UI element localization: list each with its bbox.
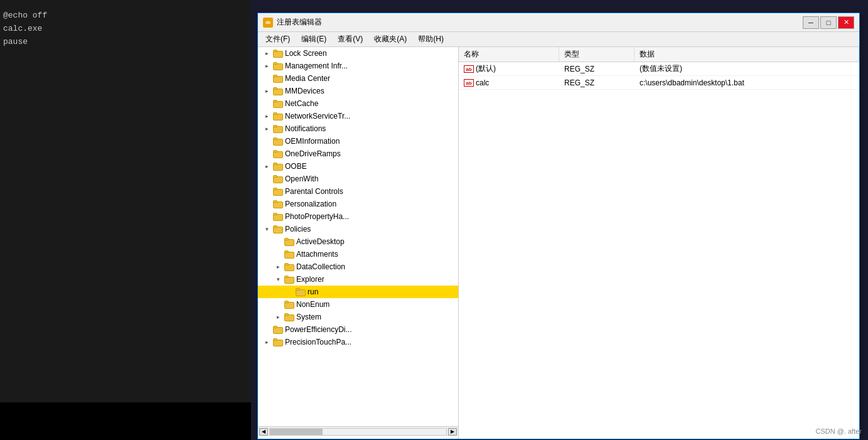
- tree-item[interactable]: run: [258, 286, 458, 298]
- folder-icon: [273, 87, 283, 95]
- tree-label: Lock Screen: [285, 49, 327, 58]
- tree-item[interactable]: ActiveDesktop: [258, 235, 458, 248]
- terminal-area: @echo off calc.exe pause: [0, 0, 251, 440]
- tree-item[interactable]: NonEnum: [258, 298, 458, 311]
- tree-item[interactable]: ▸ System: [258, 311, 458, 323]
- tree-item[interactable]: OpenWith: [258, 173, 458, 185]
- expand-arrow[interactable]: ▾: [265, 226, 272, 232]
- tree-label: PowerEfficiencyDi...: [285, 325, 351, 334]
- menu-favorites[interactable]: 收藏夹(A): [369, 33, 412, 46]
- app-icon: ab: [263, 18, 273, 28]
- tree-label: DataCollection: [296, 262, 345, 271]
- tree-label: PrecisionTouchPa...: [285, 338, 351, 346]
- tree-label: Notifications: [285, 124, 326, 133]
- minimize-button[interactable]: ─: [803, 16, 819, 29]
- tree-item[interactable]: OEMInformation: [258, 135, 458, 148]
- expand-arrow[interactable]: ▸: [265, 88, 272, 94]
- tree-item[interactable]: OneDriveRamps: [258, 148, 458, 160]
- tree-label: OpenWith: [285, 174, 318, 183]
- tree-label: Personalization: [285, 200, 336, 208]
- menu-file[interactable]: 文件(F): [260, 33, 295, 46]
- expand-arrow[interactable]: ▸: [265, 63, 272, 69]
- cell-value: (数值未设置): [635, 62, 859, 75]
- tree-item[interactable]: Personalization: [258, 198, 458, 210]
- tree-label: MMDevices: [285, 87, 324, 95]
- folder-icon: [284, 301, 294, 309]
- menu-view[interactable]: 查看(V): [333, 33, 368, 46]
- terminal-bottom: [0, 402, 251, 440]
- tree-item[interactable]: ▸ PrecisionTouchPa...: [258, 336, 458, 348]
- col-type-header: 类型: [559, 47, 635, 62]
- tree-item[interactable]: ▸ MMDevices: [258, 85, 458, 97]
- folder-icon: [273, 200, 283, 208]
- folder-icon: [273, 62, 283, 70]
- table-row[interactable]: ab(默认) REG_SZ (数值未设置): [459, 62, 859, 76]
- folder-icon: [273, 137, 283, 146]
- tree-item[interactable]: ▸ Management Infr...: [258, 60, 458, 72]
- reg-icon: ab: [464, 79, 474, 87]
- tree-label: Attachments: [296, 250, 338, 259]
- folder-icon: [273, 75, 283, 83]
- tree-item[interactable]: PhotoPropertyHa...: [258, 210, 458, 223]
- expand-arrow[interactable]: ▸: [265, 126, 272, 132]
- expand-arrow[interactable]: ▸: [265, 163, 272, 169]
- tree-item[interactable]: ▸ NetworkServiceTr...: [258, 110, 458, 122]
- folder-icon: [284, 313, 294, 321]
- tree-item[interactable]: ▸ DataCollection: [258, 260, 458, 273]
- folder-icon: [273, 225, 283, 233]
- tree-item[interactable]: ▸ Lock Screen: [258, 47, 458, 60]
- col-data-header: 数据: [635, 47, 859, 62]
- table-row[interactable]: abcalc REG_SZ c:\users\dbadmin\desktop\1…: [459, 76, 859, 90]
- window-controls: ─ □ ✕: [803, 16, 854, 29]
- tree-item[interactable]: ▾ Explorer: [258, 273, 458, 286]
- folder-icon: [284, 238, 294, 246]
- expand-arrow[interactable]: ▸: [265, 113, 272, 119]
- terminal-content: @echo off calc.exe pause: [3, 9, 47, 48]
- col-name-header: 名称: [459, 47, 559, 62]
- folder-icon: [273, 125, 283, 133]
- tree-item[interactable]: ▾ Policies: [258, 223, 458, 235]
- folder-icon: [273, 163, 283, 171]
- menu-bar: 文件(F) 编辑(E) 查看(V) 收藏夹(A) 帮助(H): [258, 32, 859, 47]
- column-headers: 名称 类型 数据: [459, 47, 859, 62]
- tree-label: OOBE: [285, 162, 307, 171]
- folder-icon: [273, 338, 283, 346]
- expand-arrow[interactable]: ▸: [277, 264, 283, 270]
- menu-edit[interactable]: 编辑(E): [296, 33, 331, 46]
- tree-item[interactable]: ▸ Notifications: [258, 122, 458, 135]
- folder-icon: [273, 50, 283, 58]
- tree-item[interactable]: ▸ OOBE: [258, 160, 458, 173]
- tree-scroll[interactable]: ▸ Lock Screen▸ Management Infr... Media …: [258, 47, 458, 426]
- cell-type: REG_SZ: [559, 63, 635, 75]
- tree-label: PhotoPropertyHa...: [285, 212, 349, 221]
- expand-arrow[interactable]: ▸: [277, 314, 283, 320]
- close-button[interactable]: ✕: [838, 16, 854, 29]
- tree-item[interactable]: NetCache: [258, 97, 458, 110]
- tree-item[interactable]: Attachments: [258, 248, 458, 260]
- tree-label: Media Center: [285, 74, 330, 83]
- scroll-thumb: [270, 429, 323, 435]
- title-bar: ab 注册表编辑器 ─ □ ✕: [258, 13, 859, 32]
- tree-label: System: [296, 313, 321, 321]
- scroll-left-btn[interactable]: ◀: [259, 428, 268, 436]
- tree-item[interactable]: Media Center: [258, 72, 458, 85]
- data-rows: ab(默认) REG_SZ (数值未设置) abcalc REG_SZ c:\u…: [459, 62, 859, 90]
- scroll-right-btn[interactable]: ▶: [448, 428, 457, 436]
- expand-arrow[interactable]: ▸: [265, 339, 272, 345]
- maximize-button[interactable]: □: [820, 16, 837, 29]
- tree-label: OneDriveRamps: [285, 149, 341, 158]
- tree-item[interactable]: PowerEfficiencyDi...: [258, 323, 458, 336]
- tree-label: NetworkServiceTr...: [285, 112, 350, 121]
- window-title: 注册表编辑器: [277, 17, 799, 28]
- tree-scrollbar-h[interactable]: ◀ ▶: [258, 426, 458, 436]
- tree-item[interactable]: Parental Controls: [258, 185, 458, 198]
- expand-arrow[interactable]: ▾: [277, 276, 283, 282]
- menu-help[interactable]: 帮助(H): [413, 33, 449, 46]
- folder-icon: [273, 100, 283, 108]
- tree-panel: ▸ Lock Screen▸ Management Infr... Media …: [258, 47, 459, 439]
- expand-arrow[interactable]: ▸: [265, 50, 272, 56]
- folder-icon: [296, 288, 306, 296]
- folder-icon: [273, 175, 283, 183]
- cell-value: c:\users\dbadmin\desktop\1.bat: [635, 77, 859, 89]
- scroll-track[interactable]: [269, 428, 447, 436]
